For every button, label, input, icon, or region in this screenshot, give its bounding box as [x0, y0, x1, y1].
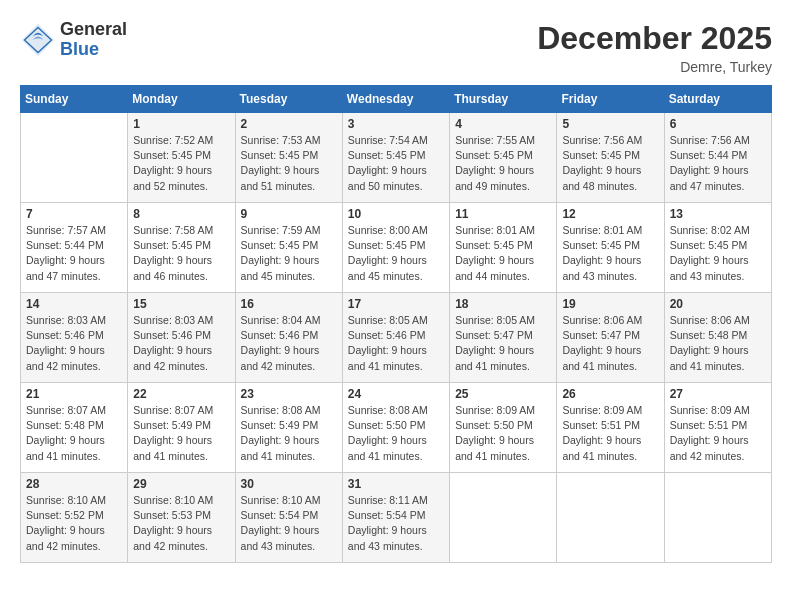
day-info: Sunrise: 8:08 AMSunset: 5:49 PMDaylight:…	[241, 403, 337, 464]
calendar-cell: 16Sunrise: 8:04 AMSunset: 5:46 PMDayligh…	[235, 293, 342, 383]
calendar-cell	[21, 113, 128, 203]
calendar-cell: 21Sunrise: 8:07 AMSunset: 5:48 PMDayligh…	[21, 383, 128, 473]
day-info: Sunrise: 8:02 AMSunset: 5:45 PMDaylight:…	[670, 223, 766, 284]
day-number: 31	[348, 477, 444, 491]
day-header-saturday: Saturday	[664, 86, 771, 113]
day-number: 19	[562, 297, 658, 311]
day-info: Sunrise: 7:58 AMSunset: 5:45 PMDaylight:…	[133, 223, 229, 284]
calendar-cell: 1Sunrise: 7:52 AMSunset: 5:45 PMDaylight…	[128, 113, 235, 203]
calendar-cell: 25Sunrise: 8:09 AMSunset: 5:50 PMDayligh…	[450, 383, 557, 473]
calendar-cell: 5Sunrise: 7:56 AMSunset: 5:45 PMDaylight…	[557, 113, 664, 203]
calendar-cell: 24Sunrise: 8:08 AMSunset: 5:50 PMDayligh…	[342, 383, 449, 473]
calendar-cell: 6Sunrise: 7:56 AMSunset: 5:44 PMDaylight…	[664, 113, 771, 203]
day-number: 25	[455, 387, 551, 401]
day-number: 16	[241, 297, 337, 311]
day-number: 8	[133, 207, 229, 221]
calendar-cell: 18Sunrise: 8:05 AMSunset: 5:47 PMDayligh…	[450, 293, 557, 383]
day-info: Sunrise: 8:07 AMSunset: 5:49 PMDaylight:…	[133, 403, 229, 464]
calendar-week-row: 21Sunrise: 8:07 AMSunset: 5:48 PMDayligh…	[21, 383, 772, 473]
calendar-cell: 19Sunrise: 8:06 AMSunset: 5:47 PMDayligh…	[557, 293, 664, 383]
calendar-header-row: SundayMondayTuesdayWednesdayThursdayFrid…	[21, 86, 772, 113]
calendar-week-row: 7Sunrise: 7:57 AMSunset: 5:44 PMDaylight…	[21, 203, 772, 293]
day-number: 30	[241, 477, 337, 491]
location: Demre, Turkey	[537, 59, 772, 75]
day-info: Sunrise: 8:10 AMSunset: 5:54 PMDaylight:…	[241, 493, 337, 554]
calendar-cell: 15Sunrise: 8:03 AMSunset: 5:46 PMDayligh…	[128, 293, 235, 383]
day-number: 2	[241, 117, 337, 131]
page-header: General Blue December 2025 Demre, Turkey	[20, 20, 772, 75]
logo: General Blue	[20, 20, 127, 60]
day-number: 5	[562, 117, 658, 131]
day-number: 29	[133, 477, 229, 491]
day-info: Sunrise: 8:03 AMSunset: 5:46 PMDaylight:…	[26, 313, 122, 374]
day-number: 21	[26, 387, 122, 401]
calendar-week-row: 14Sunrise: 8:03 AMSunset: 5:46 PMDayligh…	[21, 293, 772, 383]
day-info: Sunrise: 7:55 AMSunset: 5:45 PMDaylight:…	[455, 133, 551, 194]
calendar-cell: 23Sunrise: 8:08 AMSunset: 5:49 PMDayligh…	[235, 383, 342, 473]
day-number: 11	[455, 207, 551, 221]
day-number: 17	[348, 297, 444, 311]
day-info: Sunrise: 8:00 AMSunset: 5:45 PMDaylight:…	[348, 223, 444, 284]
day-info: Sunrise: 8:06 AMSunset: 5:48 PMDaylight:…	[670, 313, 766, 374]
calendar-cell: 31Sunrise: 8:11 AMSunset: 5:54 PMDayligh…	[342, 473, 449, 563]
day-number: 22	[133, 387, 229, 401]
day-info: Sunrise: 8:10 AMSunset: 5:52 PMDaylight:…	[26, 493, 122, 554]
day-info: Sunrise: 8:09 AMSunset: 5:50 PMDaylight:…	[455, 403, 551, 464]
day-number: 6	[670, 117, 766, 131]
calendar-cell: 22Sunrise: 8:07 AMSunset: 5:49 PMDayligh…	[128, 383, 235, 473]
day-number: 26	[562, 387, 658, 401]
day-number: 20	[670, 297, 766, 311]
day-info: Sunrise: 8:07 AMSunset: 5:48 PMDaylight:…	[26, 403, 122, 464]
calendar-cell: 10Sunrise: 8:00 AMSunset: 5:45 PMDayligh…	[342, 203, 449, 293]
calendar-cell: 4Sunrise: 7:55 AMSunset: 5:45 PMDaylight…	[450, 113, 557, 203]
calendar-cell	[664, 473, 771, 563]
day-number: 28	[26, 477, 122, 491]
logo-icon	[20, 22, 56, 58]
calendar-cell: 27Sunrise: 8:09 AMSunset: 5:51 PMDayligh…	[664, 383, 771, 473]
day-info: Sunrise: 7:56 AMSunset: 5:45 PMDaylight:…	[562, 133, 658, 194]
day-number: 10	[348, 207, 444, 221]
title-block: December 2025 Demre, Turkey	[537, 20, 772, 75]
day-info: Sunrise: 7:52 AMSunset: 5:45 PMDaylight:…	[133, 133, 229, 194]
calendar-table: SundayMondayTuesdayWednesdayThursdayFrid…	[20, 85, 772, 563]
day-number: 1	[133, 117, 229, 131]
logo-general-text: General	[60, 20, 127, 40]
day-header-sunday: Sunday	[21, 86, 128, 113]
day-number: 23	[241, 387, 337, 401]
calendar-cell: 11Sunrise: 8:01 AMSunset: 5:45 PMDayligh…	[450, 203, 557, 293]
day-header-tuesday: Tuesday	[235, 86, 342, 113]
day-number: 18	[455, 297, 551, 311]
calendar-cell: 9Sunrise: 7:59 AMSunset: 5:45 PMDaylight…	[235, 203, 342, 293]
calendar-cell: 20Sunrise: 8:06 AMSunset: 5:48 PMDayligh…	[664, 293, 771, 383]
day-info: Sunrise: 8:10 AMSunset: 5:53 PMDaylight:…	[133, 493, 229, 554]
day-info: Sunrise: 7:59 AMSunset: 5:45 PMDaylight:…	[241, 223, 337, 284]
day-number: 13	[670, 207, 766, 221]
day-header-wednesday: Wednesday	[342, 86, 449, 113]
calendar-cell	[450, 473, 557, 563]
calendar-cell: 13Sunrise: 8:02 AMSunset: 5:45 PMDayligh…	[664, 203, 771, 293]
calendar-cell: 2Sunrise: 7:53 AMSunset: 5:45 PMDaylight…	[235, 113, 342, 203]
day-info: Sunrise: 8:03 AMSunset: 5:46 PMDaylight:…	[133, 313, 229, 374]
calendar-cell: 3Sunrise: 7:54 AMSunset: 5:45 PMDaylight…	[342, 113, 449, 203]
day-number: 4	[455, 117, 551, 131]
calendar-cell	[557, 473, 664, 563]
day-number: 27	[670, 387, 766, 401]
day-info: Sunrise: 8:01 AMSunset: 5:45 PMDaylight:…	[455, 223, 551, 284]
day-info: Sunrise: 7:54 AMSunset: 5:45 PMDaylight:…	[348, 133, 444, 194]
day-header-thursday: Thursday	[450, 86, 557, 113]
day-number: 7	[26, 207, 122, 221]
day-number: 9	[241, 207, 337, 221]
calendar-cell: 26Sunrise: 8:09 AMSunset: 5:51 PMDayligh…	[557, 383, 664, 473]
calendar-week-row: 28Sunrise: 8:10 AMSunset: 5:52 PMDayligh…	[21, 473, 772, 563]
day-number: 12	[562, 207, 658, 221]
calendar-cell: 17Sunrise: 8:05 AMSunset: 5:46 PMDayligh…	[342, 293, 449, 383]
calendar-cell: 7Sunrise: 7:57 AMSunset: 5:44 PMDaylight…	[21, 203, 128, 293]
day-info: Sunrise: 7:53 AMSunset: 5:45 PMDaylight:…	[241, 133, 337, 194]
day-info: Sunrise: 8:04 AMSunset: 5:46 PMDaylight:…	[241, 313, 337, 374]
day-number: 24	[348, 387, 444, 401]
svg-marker-0	[22, 24, 54, 56]
logo-text: General Blue	[60, 20, 127, 60]
calendar-cell: 29Sunrise: 8:10 AMSunset: 5:53 PMDayligh…	[128, 473, 235, 563]
day-info: Sunrise: 7:57 AMSunset: 5:44 PMDaylight:…	[26, 223, 122, 284]
day-number: 14	[26, 297, 122, 311]
